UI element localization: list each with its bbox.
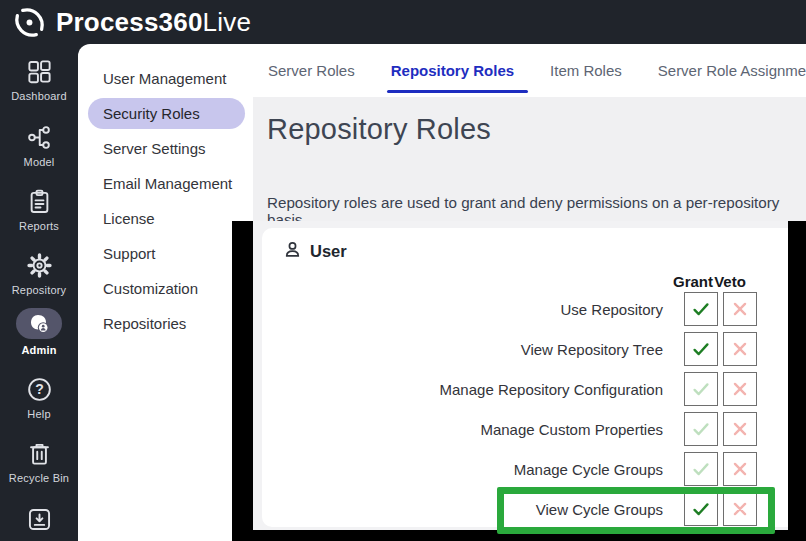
- menu-item-license[interactable]: License: [78, 201, 253, 236]
- tab-server-role-assignments[interactable]: Server Role Assignments: [658, 44, 806, 97]
- svg-text:?: ?: [35, 381, 44, 397]
- page-title: Repository Roles: [267, 113, 491, 146]
- menu-item-repositories[interactable]: Repositories: [78, 306, 253, 341]
- menu-item-support[interactable]: Support: [78, 236, 253, 271]
- grant-checkbox[interactable]: [684, 492, 718, 526]
- tab-item-roles[interactable]: Item Roles: [550, 44, 622, 97]
- admin-active-pill: [16, 308, 62, 339]
- sidebar-item-label: Reports: [19, 220, 59, 232]
- permission-row-manage-custom-properties: Manage Custom Properties: [262, 409, 788, 449]
- sidebar-item-admin[interactable]: Admin: [0, 308, 78, 356]
- grant-column-header: Grant: [673, 273, 711, 290]
- model-nodes-icon: [26, 124, 53, 151]
- reports-clipboard-icon: [26, 188, 53, 215]
- x-icon: [729, 338, 751, 360]
- permission-row-manage-repository-configuration: Manage Repository Configuration: [262, 369, 788, 409]
- sidebar-item-label: Dashboard: [11, 90, 67, 102]
- veto-checkbox[interactable]: [723, 452, 757, 486]
- menu-item-email-management[interactable]: Email Management: [78, 166, 253, 201]
- check-icon: [690, 498, 712, 520]
- admin-menu-panel: User Management Security Roles Server Se…: [78, 44, 253, 541]
- sidebar-item-dashboard[interactable]: Dashboard: [0, 58, 78, 102]
- sidebar-item-label: Recycle Bin: [9, 472, 69, 484]
- role-section-title: User: [310, 242, 347, 261]
- tab-repository-roles[interactable]: Repository Roles: [391, 44, 514, 97]
- grant-checkbox[interactable]: [684, 372, 718, 406]
- grant-checkbox[interactable]: [684, 412, 718, 446]
- icon-sidebar: Dashboard Model Reports: [0, 44, 78, 541]
- menu-item-server-settings[interactable]: Server Settings: [78, 131, 253, 166]
- sidebar-item-label: Repository: [12, 284, 67, 296]
- permission-rows: Use Repository View Repository Tree Ma: [262, 289, 788, 529]
- sidebar-item-recycle-bin[interactable]: Recycle Bin: [0, 440, 78, 484]
- app-title-light: Live: [203, 7, 252, 37]
- user-icon: [284, 241, 301, 262]
- veto-checkbox[interactable]: [723, 492, 757, 526]
- import-tray-icon: [26, 506, 53, 533]
- veto-column-header: Veto: [711, 273, 749, 290]
- sidebar-item-label: Admin: [21, 344, 56, 356]
- permission-label: Manage Custom Properties: [480, 421, 663, 438]
- veto-checkbox[interactable]: [723, 412, 757, 446]
- user-role-permissions-card: User Grant Veto Use Repository View Repo…: [262, 228, 788, 527]
- menu-item-security-roles[interactable]: Security Roles: [88, 98, 245, 129]
- veto-checkbox[interactable]: [723, 292, 757, 326]
- role-section-header: User: [284, 241, 347, 262]
- sidebar-item-model[interactable]: Model: [0, 124, 78, 168]
- sidebar-item-help[interactable]: ? Help: [0, 376, 78, 420]
- check-icon: [690, 298, 712, 320]
- permission-label: Manage Repository Configuration: [440, 381, 663, 398]
- recycle-bin-trash-icon: [26, 440, 53, 467]
- grant-checkbox[interactable]: [684, 452, 718, 486]
- check-icon: [690, 338, 712, 360]
- sidebar-item-import[interactable]: [0, 506, 78, 538]
- dashboard-grid-icon: [26, 58, 53, 85]
- app-title: Process360Live: [56, 7, 251, 38]
- permission-row-view-repository-tree: View Repository Tree: [262, 329, 788, 369]
- top-bar: Process360Live: [0, 0, 806, 44]
- roles-tab-bar: Server Roles Repository Roles Item Roles…: [253, 44, 806, 97]
- veto-checkbox[interactable]: [723, 372, 757, 406]
- process360-logo-icon: [13, 6, 46, 39]
- permission-row-manage-cycle-groups: Manage Cycle Groups: [262, 449, 788, 489]
- x-icon: [729, 418, 751, 440]
- check-icon: [690, 378, 712, 400]
- sidebar-item-label: Model: [24, 156, 55, 168]
- permission-label: View Cycle Groups: [536, 501, 663, 518]
- menu-item-customization[interactable]: Customization: [78, 271, 253, 306]
- sidebar-item-reports[interactable]: Reports: [0, 188, 78, 232]
- permission-row-view-cycle-groups: View Cycle Groups: [262, 489, 788, 529]
- x-icon: [729, 378, 751, 400]
- grant-checkbox[interactable]: [684, 332, 718, 366]
- x-icon: [729, 498, 751, 520]
- app-title-bold: Process360: [56, 7, 203, 37]
- admin-user-icon: [27, 313, 51, 335]
- check-icon: [690, 458, 712, 480]
- permission-row-use-repository: Use Repository: [262, 289, 788, 329]
- permission-label: Use Repository: [560, 301, 663, 318]
- x-icon: [729, 458, 751, 480]
- sidebar-item-repository[interactable]: Repository: [0, 252, 78, 296]
- sidebar-item-label: Help: [27, 408, 50, 420]
- veto-checkbox[interactable]: [723, 332, 757, 366]
- repository-gear-icon: [26, 252, 53, 279]
- permission-label: View Repository Tree: [521, 341, 663, 358]
- app-window: Process360Live Dashboard: [0, 0, 806, 541]
- menu-item-user-management[interactable]: User Management: [78, 61, 253, 96]
- tab-server-roles[interactable]: Server Roles: [268, 44, 355, 97]
- check-icon: [690, 418, 712, 440]
- x-icon: [729, 298, 751, 320]
- help-question-icon: ?: [26, 376, 53, 403]
- permission-label: Manage Cycle Groups: [514, 461, 663, 478]
- grant-checkbox[interactable]: [684, 292, 718, 326]
